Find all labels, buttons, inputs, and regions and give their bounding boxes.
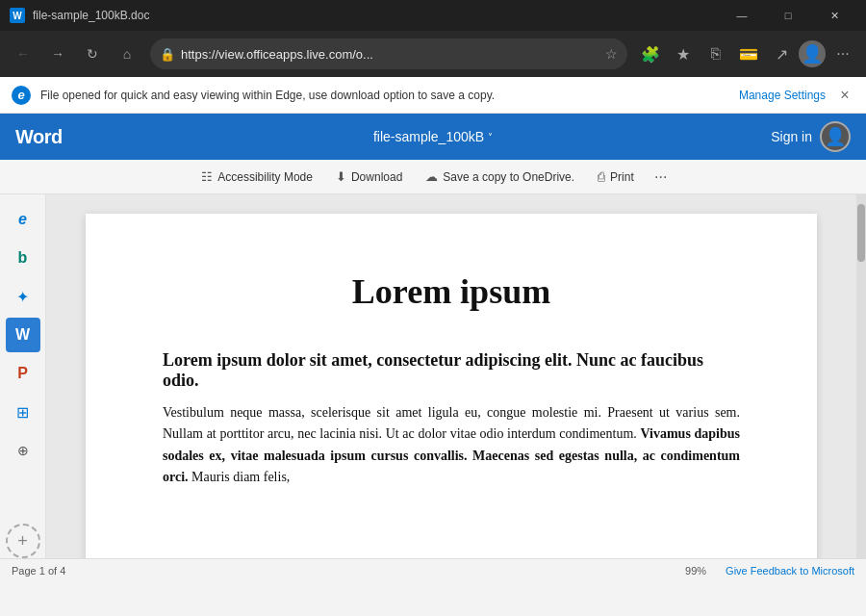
address-text: https://view.officeapps.live.com/o... bbox=[181, 47, 599, 62]
title-favicon: W bbox=[10, 8, 25, 23]
word-filename: file-sample_100kB ˅ bbox=[373, 129, 493, 144]
extensions-button[interactable]: 🧩 bbox=[635, 38, 666, 69]
signin-text: Sign in bbox=[771, 129, 812, 144]
document-area[interactable]: Lorem ipsum Lorem ipsum dolor sit amet, … bbox=[46, 194, 856, 558]
star-icon: ☆ bbox=[605, 46, 618, 62]
onedrive-label: Save a copy to OneDrive. bbox=[443, 170, 574, 184]
home-button[interactable]: ⌂ bbox=[112, 38, 142, 69]
back-button[interactable]: ← bbox=[8, 38, 38, 69]
scrollbar-thumb[interactable] bbox=[857, 204, 865, 262]
word-logo: Word bbox=[15, 126, 63, 148]
accessibility-button[interactable]: ☷ Accessibility Mode bbox=[191, 164, 322, 191]
manage-settings-link[interactable]: Manage Settings bbox=[739, 89, 826, 102]
title-bar: W file-sample_100kB.doc — □ ✕ bbox=[0, 0, 866, 31]
wallet-button[interactable]: 💳 bbox=[733, 38, 764, 69]
title-bar-controls: — □ ✕ bbox=[720, 0, 856, 31]
profile-button[interactable]: 👤 bbox=[799, 40, 826, 67]
doc-title: Lorem ipsum bbox=[163, 271, 740, 312]
address-bar[interactable]: 🔒 https://view.officeapps.live.com/o... … bbox=[150, 38, 627, 69]
share-button[interactable]: ↗ bbox=[766, 38, 797, 69]
doc-body: Vestibulum neque massa, scelerisque sit … bbox=[163, 402, 740, 489]
page-count: Page 1 of 4 bbox=[12, 565, 65, 577]
toolbar-icons: 🧩 ★ ⎘ 💳 ↗ 👤 ··· bbox=[635, 38, 858, 69]
favorites-button[interactable]: ★ bbox=[668, 38, 699, 69]
toolbar-more-button[interactable]: ··· bbox=[648, 164, 675, 191]
title-bar-left: W file-sample_100kB.doc bbox=[10, 8, 149, 23]
accessibility-icon: ☷ bbox=[201, 169, 213, 184]
status-bar: Page 1 of 4 99% Give Feedback to Microso… bbox=[0, 558, 866, 581]
scrollbar[interactable] bbox=[856, 194, 866, 558]
refresh-button[interactable]: ↻ bbox=[77, 38, 108, 69]
left-sidebar: e b ✦ W P ⊞ ⊕ + bbox=[0, 194, 46, 558]
info-bar: e File opened for quick and easy viewing… bbox=[0, 77, 866, 114]
avatar: 👤 bbox=[820, 121, 851, 152]
minimize-button[interactable]: — bbox=[720, 0, 764, 31]
doc-subtitle: Lorem ipsum dolor sit amet, consectetur … bbox=[163, 350, 740, 391]
info-bar-text: File opened for quick and easy viewing w… bbox=[40, 89, 729, 102]
sidebar-item-edge[interactable]: e bbox=[6, 202, 40, 237]
title-bar-title: file-sample_100kB.doc bbox=[33, 9, 149, 22]
print-button[interactable]: ⎙ Print bbox=[588, 164, 644, 191]
doc-body-end: Mauris diam felis, bbox=[189, 470, 291, 484]
download-icon: ⬇ bbox=[336, 169, 346, 184]
sidebar-item-extra[interactable]: ⊕ bbox=[6, 433, 40, 468]
print-icon: ⎙ bbox=[598, 169, 605, 184]
main-area: e b ✦ W P ⊞ ⊕ + Lorem ipsum Lorem ipsum … bbox=[0, 194, 866, 558]
filename-chevron[interactable]: ˅ bbox=[488, 132, 493, 142]
download-label: Download bbox=[351, 170, 402, 184]
lock-icon: 🔒 bbox=[160, 47, 175, 62]
sidebar-item-bing[interactable]: b bbox=[6, 241, 40, 275]
sidebar-item-copilot[interactable]: ✦ bbox=[6, 279, 40, 314]
more-button[interactable]: ··· bbox=[828, 38, 858, 69]
close-button[interactable]: ✕ bbox=[812, 0, 856, 31]
onedrive-button[interactable]: ☁ Save a copy to OneDrive. bbox=[416, 164, 584, 191]
filename-text: file-sample_100kB bbox=[373, 129, 484, 144]
edge-icon: e bbox=[12, 86, 31, 105]
sidebar-item-word[interactable]: W bbox=[6, 318, 40, 352]
signin-area[interactable]: Sign in 👤 bbox=[771, 121, 851, 152]
forward-button[interactable]: → bbox=[42, 38, 73, 69]
word-header: Word file-sample_100kB ˅ Sign in 👤 bbox=[0, 114, 866, 160]
zoom-level: 99% bbox=[685, 565, 706, 577]
download-button[interactable]: ⬇ Download bbox=[326, 164, 412, 191]
status-bar-right: 99% Give Feedback to Microsoft bbox=[685, 565, 854, 577]
accessibility-label: Accessibility Mode bbox=[217, 170, 313, 184]
doc-paper: Lorem ipsum Lorem ipsum dolor sit amet, … bbox=[86, 214, 817, 558]
word-toolbar: ☷ Accessibility Mode ⬇ Download ☁ Save a… bbox=[0, 160, 866, 194]
feedback-link[interactable]: Give Feedback to Microsoft bbox=[726, 565, 854, 577]
print-label: Print bbox=[610, 170, 634, 184]
maximize-button[interactable]: □ bbox=[766, 0, 810, 31]
sidebar-add-button[interactable]: + bbox=[6, 524, 40, 558]
onedrive-icon: ☁ bbox=[425, 169, 438, 184]
info-bar-close-button[interactable]: × bbox=[835, 86, 854, 105]
collections-button[interactable]: ⎘ bbox=[700, 38, 731, 69]
sidebar-item-powerpoint[interactable]: P bbox=[6, 356, 40, 391]
browser-toolbar: ← → ↻ ⌂ 🔒 https://view.officeapps.live.c… bbox=[0, 31, 866, 77]
sidebar-item-windows[interactable]: ⊞ bbox=[6, 395, 40, 429]
